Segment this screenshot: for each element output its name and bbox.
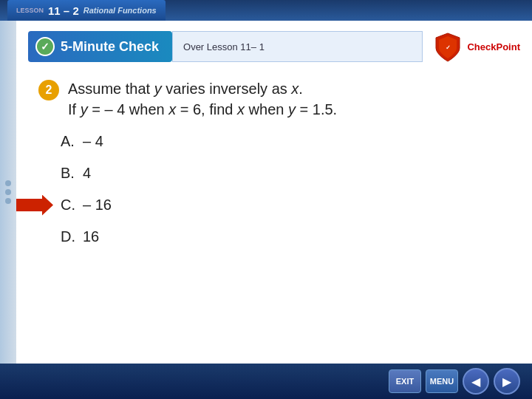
answers-list: A. – 4 B. 4 C. – 16 D. 16	[38, 133, 510, 245]
checkpoint-shield-icon: ✓	[432, 30, 464, 63]
question-number-badge: 2	[38, 80, 59, 100]
checkpoint-text: CheckPoint	[467, 41, 520, 52]
arrow-shape	[16, 195, 53, 216]
checkpoint-badge: ✓ CheckPoint	[432, 30, 520, 63]
selected-answer-arrow	[16, 195, 53, 216]
exit-button[interactable]: EXIT	[389, 369, 421, 393]
answer-value-c: – 16	[83, 197, 112, 214]
lesson-tab-label: LESSON	[16, 7, 44, 14]
five-min-label: ✓ 5-Minute Check	[28, 31, 172, 62]
left-decoration	[0, 21, 16, 364]
answer-value-d: 16	[83, 228, 99, 245]
answer-label-d: D.	[61, 228, 83, 245]
check-circle-icon: ✓	[35, 37, 55, 56]
question-header: 2 Assume that y varies inversely as x. I…	[38, 78, 510, 120]
top-header: LESSON 11 – 2 Rational Functions	[0, 0, 532, 21]
five-min-text: 5-Minute Check	[61, 39, 159, 55]
answer-value-b: 4	[83, 165, 91, 182]
deco-dot-1	[5, 180, 11, 186]
answer-value-a: – 4	[83, 133, 103, 150]
lesson-number: 11 – 2	[48, 4, 79, 17]
question-line2: If y = – 4 when x = 6, find x when y = 1…	[68, 99, 337, 120]
deco-dot-3	[5, 198, 11, 204]
five-min-banner: ✓ 5-Minute Check Over Lesson 11– 1 ✓ Che…	[28, 31, 520, 62]
question-line1: Assume that y varies inversely as x.	[68, 78, 337, 99]
main-content: ✓ 5-Minute Check Over Lesson 11– 1 ✓ Che…	[16, 21, 532, 364]
answer-label-b: B.	[61, 165, 83, 182]
next-button[interactable]: ▶	[494, 368, 520, 395]
bottom-nav: EXIT MENU ◀ ▶	[0, 364, 532, 399]
lesson-tab: LESSON 11 – 2 Rational Functions	[7, 0, 166, 21]
answer-label-a: A.	[61, 133, 83, 150]
answer-label-c: C.	[61, 197, 83, 214]
question-text: Assume that y varies inversely as x. If …	[68, 78, 337, 120]
answer-row-b[interactable]: B. 4	[61, 165, 510, 182]
prev-button[interactable]: ◀	[463, 368, 489, 395]
answer-row-a[interactable]: A. – 4	[61, 133, 510, 150]
answer-row-d[interactable]: D. 16	[61, 228, 510, 245]
deco-dot-2	[5, 189, 11, 195]
question-area: 2 Assume that y varies inversely as x. I…	[16, 62, 532, 245]
answer-row-c[interactable]: C. – 16	[61, 197, 510, 214]
menu-button[interactable]: MENU	[426, 369, 458, 393]
lesson-title: Rational Functions	[83, 6, 157, 15]
svg-text:✓: ✓	[446, 44, 451, 51]
over-lesson-text: Over Lesson 11– 1	[172, 31, 423, 62]
